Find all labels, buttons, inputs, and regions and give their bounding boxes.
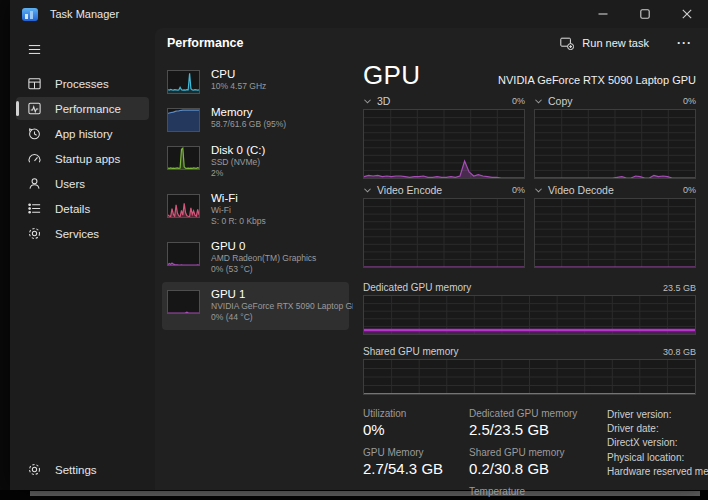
gpu0-mini-chart	[167, 242, 200, 266]
engine-label: Video Decode	[548, 184, 614, 196]
video-decode-chart	[534, 198, 696, 268]
perf-item-sub: 58.7/61.6 GB (95%)	[211, 119, 286, 130]
perf-item-wifi[interactable]: Wi-Fi Wi-Fi S: 0 R: 0 Kbps	[162, 186, 349, 234]
perf-item-sub: Wi-Fi	[211, 205, 266, 216]
run-new-task-label: Run new task	[582, 37, 649, 49]
sidebar-item-app-history[interactable]: App history	[16, 122, 149, 145]
details-icon	[26, 201, 42, 217]
cpu-mini-chart	[167, 70, 200, 94]
desktop-edge-left	[0, 0, 10, 500]
memory-chart-max: 30.8 GB	[663, 347, 696, 357]
perf-item-gpu1[interactable]: GPU 1 NVIDIA GeForce RTX 5090 Laptop GPU…	[162, 282, 349, 330]
engine-value: 0%	[512, 96, 525, 106]
driver-info-label: Driver date:	[607, 422, 708, 435]
gear-icon	[26, 462, 42, 478]
chevron-down-icon[interactable]	[363, 187, 372, 194]
memory-chart-label: Dedicated GPU memory	[363, 282, 471, 293]
sidebar-item-services[interactable]: Services	[16, 222, 149, 245]
selected-indicator	[16, 101, 19, 116]
sidebar-item-label: Settings	[55, 464, 97, 476]
video-encode-chart	[363, 198, 525, 268]
perf-item-title: GPU 1	[211, 288, 353, 300]
shared-memory-value: 0.2/30.8 GB	[469, 460, 581, 477]
sidebar-item-users[interactable]: Users	[16, 172, 149, 195]
driver-info-label: Hardware reserved memory:	[607, 465, 708, 478]
perf-item-sub: 0% (44 °C)	[211, 312, 353, 323]
nav-menu-button[interactable]	[16, 35, 149, 63]
gpu-stats: Utilization 0% GPU Memory 2.7/54.3 GB	[363, 408, 696, 500]
chevron-down-icon[interactable]	[534, 98, 543, 105]
engine-3d-chart	[363, 109, 525, 179]
sidebar-item-label: Users	[55, 178, 85, 190]
sidebar-item-label: Processes	[55, 78, 109, 90]
gpu-detail-panel: GPU NVIDIA GeForce RTX 5090 Laptop GPU 3…	[353, 58, 708, 490]
gpu1-mini-chart	[167, 290, 200, 314]
perf-item-title: Disk 0 (C:)	[211, 144, 265, 156]
perf-item-sub: AMD Radeon(TM) Graphics	[211, 253, 316, 264]
hamburger-icon	[26, 41, 42, 57]
app-history-icon	[26, 126, 42, 142]
perf-item-gpu0[interactable]: GPU 0 AMD Radeon(TM) Graphics 0% (53 °C)	[162, 234, 349, 282]
task-manager-app-icon	[22, 8, 38, 21]
run-new-task-icon	[560, 36, 574, 50]
engine-label: 3D	[377, 95, 390, 107]
stat-label: Dedicated GPU memory	[469, 408, 581, 419]
dedicated-memory-chart	[363, 295, 696, 335]
memory-chart-label: Shared GPU memory	[363, 346, 459, 357]
driver-info-label: DirectX version:	[607, 436, 708, 449]
memory-chart-max: 23.5 GB	[663, 283, 696, 293]
chevron-down-icon[interactable]	[363, 98, 372, 105]
stat-label: Utilization	[363, 408, 443, 419]
engine-value: 0%	[683, 96, 696, 106]
engine-value: 0%	[683, 185, 696, 195]
dedicated-memory-value: 2.5/23.5 GB	[469, 421, 581, 438]
maximize-icon	[640, 9, 650, 19]
content-panel: Performance Run new task ···	[155, 28, 708, 490]
run-new-task-button[interactable]: Run new task	[552, 32, 657, 54]
perf-item-cpu[interactable]: CPU 10% 4.57 GHz	[162, 62, 349, 100]
sidebar-item-performance[interactable]: Performance	[16, 97, 149, 120]
sidebar-item-startup-apps[interactable]: Startup apps	[16, 147, 149, 170]
chevron-down-icon[interactable]	[534, 187, 543, 194]
sidebar-item-details[interactable]: Details	[16, 197, 149, 220]
startup-apps-icon	[26, 151, 42, 167]
perf-item-sub: SSD (NVMe)	[211, 157, 265, 168]
perf-item-sub: NVIDIA GeForce RTX 5090 Laptop GPU	[211, 301, 353, 312]
sidebar-item-processes[interactable]: Processes	[16, 72, 149, 95]
memory-mini-chart	[167, 108, 200, 132]
sidebar-item-label: Performance	[55, 103, 121, 115]
utilization-value: 0%	[363, 421, 443, 438]
perf-item-sub: S: 0 R: 0 Kbps	[211, 216, 266, 227]
engine-video-decode: Video Decode 0%	[534, 182, 696, 268]
disk-mini-chart	[167, 146, 200, 170]
close-icon	[682, 9, 692, 19]
sidebar-item-label: Services	[55, 228, 99, 240]
engine-value: 0%	[512, 185, 525, 195]
stat-label: Temperature	[469, 486, 581, 497]
perf-item-title: Wi-Fi	[211, 192, 266, 204]
window-title: Task Manager	[50, 8, 119, 20]
users-icon	[26, 176, 42, 192]
maximize-button[interactable]	[624, 0, 666, 28]
driver-info-table: Driver version: 32.0.15.7322 Driver date…	[607, 408, 708, 500]
sidebar-item-label: Startup apps	[55, 153, 120, 165]
sidebar-item-label: Details	[55, 203, 90, 215]
performance-icon	[26, 101, 42, 117]
engine-label: Video Encode	[377, 184, 442, 196]
perf-item-disk0[interactable]: Disk 0 (C:) SSD (NVMe) 2%	[162, 138, 349, 186]
task-manager-window: Task Manager	[10, 0, 708, 490]
perf-item-memory[interactable]: Memory 58.7/61.6 GB (95%)	[162, 100, 349, 138]
dedicated-memory-section: Dedicated GPU memory 23.5 GB	[363, 280, 696, 335]
gpu-memory-value: 2.7/54.3 GB	[363, 460, 443, 477]
stat-label: GPU Memory	[363, 447, 443, 458]
minimize-button[interactable]	[582, 0, 624, 28]
perf-item-title: Memory	[211, 106, 286, 118]
sidebar-item-label: App history	[55, 128, 113, 140]
engine-3d: 3D 0%	[363, 93, 525, 179]
sidebar-item-settings[interactable]: Settings	[16, 458, 149, 481]
perf-item-sub: 10% 4.57 GHz	[211, 81, 266, 92]
more-options-button[interactable]: ···	[671, 34, 698, 52]
engine-copy-chart	[534, 109, 696, 179]
close-button[interactable]	[666, 0, 708, 28]
perf-item-title: GPU 0	[211, 240, 316, 252]
